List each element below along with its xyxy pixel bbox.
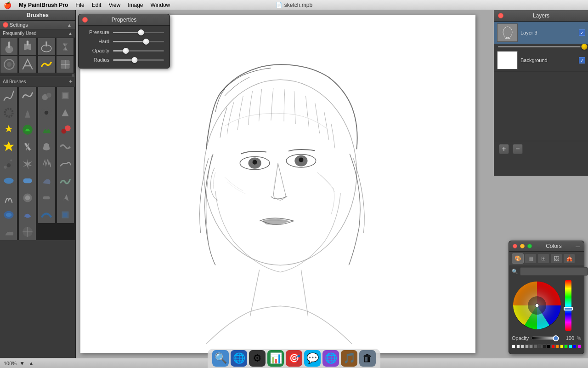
layer-3-checkbox[interactable]: ✓ — [579, 29, 585, 36]
brush-item[interactable] — [38, 206, 55, 223]
brush-item[interactable] — [0, 87, 17, 104]
brush-item[interactable] — [19, 172, 36, 189]
color-spectrum-bar[interactable] — [565, 280, 571, 331]
color-tab-crayons[interactable]: 🎪 — [563, 253, 575, 264]
pressure-slider[interactable] — [113, 32, 164, 33]
frequently-used-collapse[interactable]: ▲ — [67, 23, 72, 28]
brush-item[interactable] — [0, 104, 17, 121]
swatch-dim[interactable] — [534, 345, 537, 348]
brush-item[interactable] — [19, 189, 36, 206]
layer-3-opacity-slider[interactable] — [498, 46, 584, 47]
view-menu[interactable]: View — [108, 2, 120, 8]
swatch-blue[interactable] — [573, 345, 577, 348]
brush-item[interactable] — [57, 155, 74, 172]
brush-item[interactable] — [19, 121, 36, 138]
brush-item[interactable] — [38, 121, 55, 138]
swatch-green[interactable] — [564, 345, 568, 348]
remove-layer-button[interactable]: − — [513, 144, 523, 154]
brush-item[interactable] — [38, 87, 55, 104]
dock-item-7[interactable]: 🎵 — [341, 350, 357, 367]
brush-item[interactable] — [19, 155, 36, 172]
brush-item[interactable] — [38, 38, 55, 55]
swatch-magenta[interactable] — [577, 345, 581, 348]
brush-item[interactable] — [57, 138, 74, 155]
background-layer-item[interactable]: Background ✓ — [494, 49, 588, 72]
brush-item[interactable] — [38, 155, 55, 172]
color-tab-spectrum[interactable]: 🖼 — [550, 253, 562, 264]
brushes-scroll-area[interactable] — [0, 87, 75, 358]
swatch-cyan[interactable] — [569, 345, 572, 348]
brush-item[interactable] — [0, 56, 17, 73]
add-layer-button[interactable]: + — [499, 144, 509, 154]
brush-item[interactable] — [38, 138, 55, 155]
section-collapse-btn[interactable]: ▲ — [68, 31, 73, 36]
brush-item[interactable] — [19, 56, 36, 73]
brush-item[interactable] — [57, 56, 74, 73]
swatch-red[interactable] — [551, 345, 555, 348]
dock-item-4[interactable]: 📊 — [267, 350, 284, 367]
swatch-charcoal[interactable] — [538, 345, 542, 348]
dock-item-3[interactable]: ⚙ — [249, 350, 266, 367]
brush-item[interactable] — [19, 223, 36, 240]
swatch-orange[interactable] — [555, 345, 559, 348]
brush-item[interactable] — [19, 138, 36, 155]
window-menu[interactable]: Window — [151, 2, 170, 8]
brush-item[interactable] — [57, 189, 74, 206]
background-layer-checkbox[interactable]: ✓ — [579, 57, 585, 63]
settings-bar[interactable]: ⚙ Settings ▲ — [0, 21, 75, 29]
opacity-slider[interactable] — [113, 50, 164, 52]
brush-item[interactable] — [0, 206, 17, 223]
brush-item[interactable] — [0, 38, 17, 55]
app-name[interactable]: My PaintBrush Pro — [19, 2, 68, 8]
brush-item[interactable] — [38, 189, 55, 206]
apple-menu[interactable]: 🍎 — [4, 1, 11, 9]
colors-collapse-button[interactable]: — — [576, 244, 580, 249]
swatch-lightgray[interactable] — [516, 345, 520, 348]
properties-close-button[interactable] — [82, 17, 88, 23]
brush-item[interactable] — [38, 56, 55, 73]
brush-item[interactable] — [38, 104, 55, 121]
dock-item-skype[interactable]: 💬 — [304, 350, 321, 367]
color-tab-wheel[interactable]: 🎨 — [512, 253, 524, 264]
color-search-input[interactable] — [520, 267, 588, 276]
brush-item[interactable] — [0, 138, 17, 155]
brush-item[interactable] — [57, 104, 74, 121]
brush-item[interactable] — [38, 172, 55, 189]
brushes-close-button[interactable] — [3, 22, 8, 28]
brush-item[interactable] — [0, 121, 17, 138]
brush-item[interactable] — [19, 104, 36, 121]
colors-close-button[interactable] — [513, 244, 517, 248]
brush-item[interactable] — [19, 38, 36, 55]
brush-item[interactable] — [57, 172, 74, 189]
brush-item[interactable] — [57, 38, 74, 55]
hard-slider[interactable] — [113, 41, 164, 42]
opacity-slider[interactable] — [531, 336, 560, 340]
dock-item-5[interactable]: 🎯 — [286, 350, 302, 367]
colors-maximize-button[interactable] — [527, 244, 532, 248]
image-menu[interactable]: Image — [128, 2, 143, 8]
swatch-darkgray[interactable] — [529, 345, 533, 348]
add-brush-button[interactable]: + — [69, 78, 73, 85]
brush-item[interactable] — [19, 206, 36, 223]
dock-item-trash[interactable]: 🗑 — [359, 350, 376, 367]
zoom-up-button[interactable]: ▲ — [28, 360, 35, 367]
edit-menu[interactable]: Edit — [92, 2, 102, 8]
swatch-silver[interactable] — [520, 345, 524, 348]
swatch-black[interactable] — [547, 345, 550, 348]
brush-item[interactable] — [0, 155, 17, 172]
dock-item-finder[interactable]: 🔍 — [212, 350, 229, 367]
dock-item-6[interactable]: 🌐 — [322, 350, 339, 367]
layer-3-item[interactable]: Layer 3 ✓ — [494, 22, 588, 44]
color-tab-sliders[interactable]: ▦ — [525, 253, 537, 264]
swatch-gray[interactable] — [525, 345, 529, 348]
brush-item[interactable] — [57, 206, 74, 223]
colors-minimize-button[interactable] — [520, 244, 525, 248]
file-menu[interactable]: File — [75, 2, 84, 8]
brush-item[interactable] — [0, 223, 17, 240]
swatch-white[interactable] — [512, 345, 515, 348]
brush-item[interactable] — [57, 87, 74, 104]
swatch-nearblack[interactable] — [543, 345, 546, 348]
dock-item-2[interactable]: 🌐 — [231, 350, 247, 367]
radius-slider[interactable] — [113, 59, 164, 61]
brush-item[interactable] — [19, 87, 36, 104]
